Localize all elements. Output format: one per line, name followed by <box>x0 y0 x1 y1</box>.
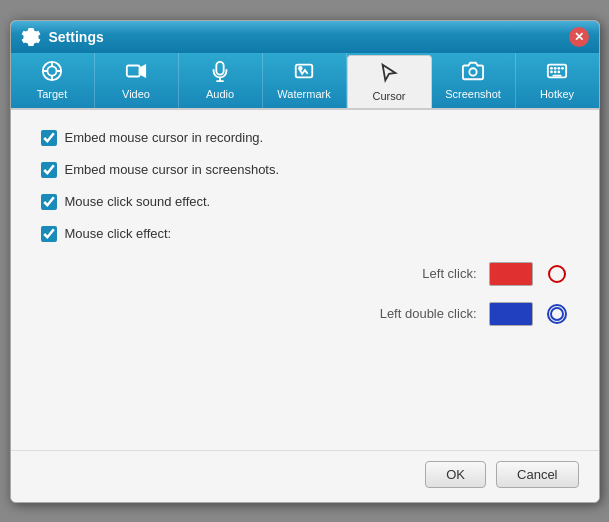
checkbox-row-click-effect: Mouse click effect: <box>41 226 569 242</box>
label-embed-screenshots: Embed mouse cursor in screenshots. <box>65 162 280 177</box>
label-sound-effect: Mouse click sound effect. <box>65 194 211 209</box>
cancel-button[interactable]: Cancel <box>496 461 578 488</box>
screenshot-icon <box>462 60 484 85</box>
tab-video-label: Video <box>122 88 150 100</box>
circle-empty <box>548 265 566 283</box>
circle-double <box>547 304 567 324</box>
left-click-circle-icon[interactable] <box>545 262 569 286</box>
cursor-icon <box>378 62 400 87</box>
tab-video[interactable]: Video <box>95 53 179 108</box>
svg-point-11 <box>299 67 302 70</box>
left-double-click-color-swatch[interactable] <box>489 302 533 326</box>
left-double-click-circle-icon[interactable] <box>545 302 569 326</box>
tab-watermark-label: Watermark <box>277 88 330 100</box>
svg-marker-7 <box>140 66 146 77</box>
audio-icon <box>209 60 231 85</box>
checkbox-click-effect[interactable] <box>41 226 57 242</box>
tab-target[interactable]: Target <box>11 53 95 108</box>
content-area: Embed mouse cursor in recording. Embed m… <box>11 110 599 450</box>
svg-rect-6 <box>127 66 140 77</box>
tab-screenshot[interactable]: Screenshot <box>432 53 516 108</box>
title-bar: Settings ✕ <box>11 21 599 53</box>
svg-point-1 <box>47 66 56 75</box>
svg-point-12 <box>469 68 476 75</box>
checkbox-row-embed-recording: Embed mouse cursor in recording. <box>41 130 569 146</box>
hotkey-icon <box>546 60 568 85</box>
target-icon <box>41 60 63 85</box>
checkbox-row-sound-effect: Mouse click sound effect. <box>41 194 569 210</box>
tab-cursor-label: Cursor <box>372 90 405 102</box>
tab-audio[interactable]: Audio <box>179 53 263 108</box>
checkbox-embed-recording[interactable] <box>41 130 57 146</box>
click-effects-section: Left click: Left double click: <box>71 262 569 326</box>
checkbox-embed-screenshots[interactable] <box>41 162 57 178</box>
video-icon <box>125 60 147 85</box>
footer: OK Cancel <box>11 450 599 502</box>
tab-cursor[interactable]: Cursor <box>347 55 432 108</box>
checkbox-row-embed-screenshots: Embed mouse cursor in screenshots. <box>41 162 569 178</box>
left-click-label: Left click: <box>347 266 477 281</box>
window-title: Settings <box>49 29 104 45</box>
tab-watermark[interactable]: Watermark <box>263 53 347 108</box>
checkbox-sound-effect[interactable] <box>41 194 57 210</box>
tab-audio-label: Audio <box>206 88 234 100</box>
tab-screenshot-label: Screenshot <box>445 88 501 100</box>
left-click-color-swatch[interactable] <box>489 262 533 286</box>
title-bar-left: Settings <box>21 27 104 47</box>
ok-button[interactable]: OK <box>425 461 486 488</box>
tab-hotkey-label: Hotkey <box>540 88 574 100</box>
tab-bar: Target Video Audio <box>11 53 599 110</box>
watermark-icon <box>293 60 315 85</box>
label-embed-recording: Embed mouse cursor in recording. <box>65 130 264 145</box>
left-click-row: Left click: <box>71 262 569 286</box>
close-button[interactable]: ✕ <box>569 27 589 47</box>
left-double-click-row: Left double click: <box>71 302 569 326</box>
tab-hotkey[interactable]: Hotkey <box>516 53 599 108</box>
gear-icon <box>21 27 41 47</box>
label-click-effect: Mouse click effect: <box>65 226 172 241</box>
tab-target-label: Target <box>37 88 68 100</box>
left-double-click-label: Left double click: <box>347 306 477 321</box>
settings-window: Settings ✕ Target <box>10 20 600 503</box>
